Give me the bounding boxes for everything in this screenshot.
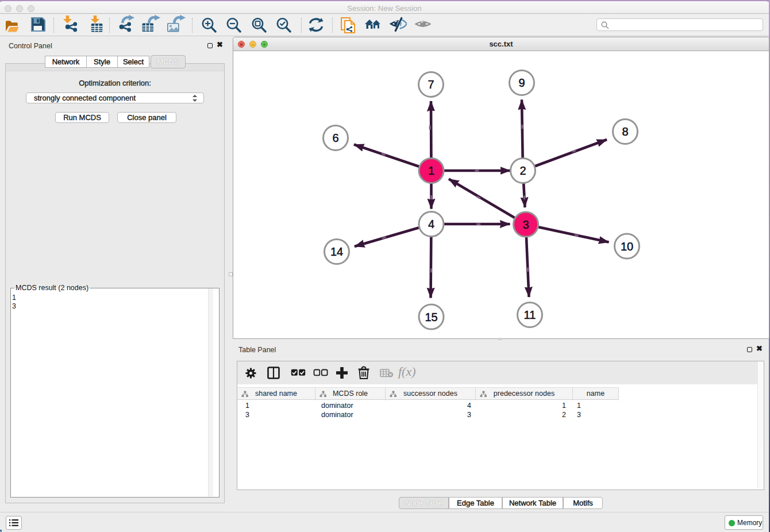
svg-text:2: 2 [519,164,526,177]
svg-text:15: 15 [425,311,437,323]
svg-text:14: 14 [330,245,343,258]
svg-text:1: 1 [428,164,434,177]
svg-text:4: 4 [428,218,434,230]
svg-text:6: 6 [332,132,338,144]
svg-text:10: 10 [621,240,633,253]
svg-text:7: 7 [428,78,434,91]
svg-text:3: 3 [522,218,529,231]
svg-text:11: 11 [524,309,536,321]
svg-text:9: 9 [518,76,525,89]
svg-text:8: 8 [622,125,628,138]
